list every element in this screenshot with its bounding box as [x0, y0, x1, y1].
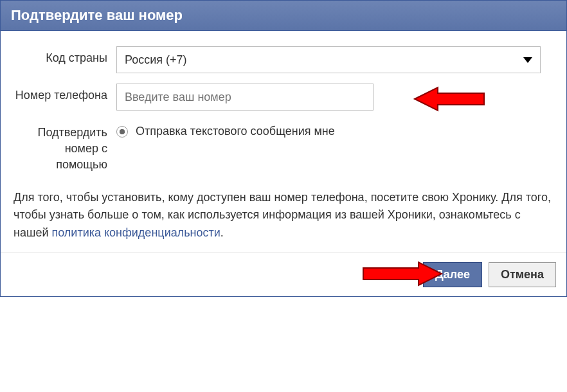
row-confirm: Подтвердить номер с помощью Отправка тек… — [14, 121, 554, 174]
chevron-down-icon — [523, 57, 532, 63]
row-country: Код страны Россия (+7) — [14, 46, 554, 73]
confirm-radio-sms[interactable] — [116, 126, 128, 138]
row-phone: Номер телефона — [14, 84, 554, 111]
privacy-link[interactable]: политика конфиденциальности — [51, 226, 220, 239]
country-label: Код страны — [14, 46, 116, 66]
country-select-value: Россия (+7) — [125, 53, 187, 67]
confirm-number-dialog: Подтвердите ваш номер Код страны Россия … — [0, 0, 567, 297]
dialog-body: Код страны Россия (+7) Номер телефона По… — [1, 31, 566, 253]
info-text-post: . — [221, 226, 224, 239]
dialog-title: Подтвердите ваш номер — [11, 7, 556, 24]
phone-input[interactable] — [116, 84, 374, 111]
dialog-header: Подтвердите ваш номер — [1, 1, 566, 31]
cancel-button[interactable]: Отмена — [489, 262, 556, 287]
country-select[interactable]: Россия (+7) — [116, 46, 541, 73]
confirm-radio-label: Отправка текстового сообщения мне — [136, 125, 335, 138]
info-text: Для того, чтобы установить, кому доступе… — [14, 189, 554, 243]
annotation-arrow-icon — [412, 85, 489, 113]
dialog-footer: Далее Отмена — [1, 253, 566, 296]
phone-label: Номер телефона — [14, 84, 116, 103]
confirm-label: Подтвердить номер с помощью — [14, 121, 116, 174]
next-button[interactable]: Далее — [423, 262, 482, 287]
svg-marker-0 — [415, 87, 484, 111]
